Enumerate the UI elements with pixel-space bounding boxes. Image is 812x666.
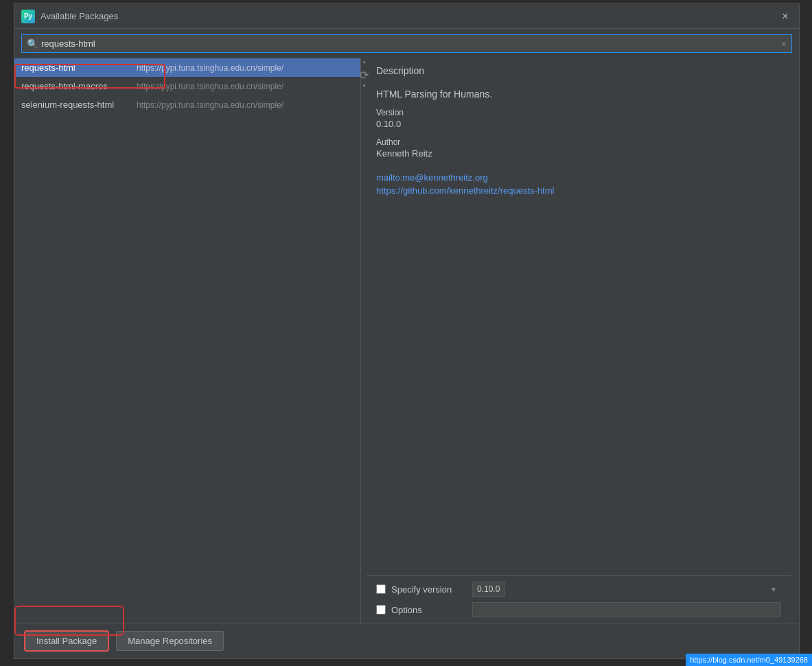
watermark: https://blog.csdn.net/m0_49139268 [686, 654, 812, 666]
panel-divider: ⟳ [361, 58, 367, 623]
package-url: https://pypi.tuna.tsinghua.edu.cn/simple… [137, 82, 353, 91]
search-input[interactable] [21, 34, 792, 53]
left-panel: requests-html https://pypi.tuna.tsinghua… [14, 58, 361, 623]
package-item-selenium-requests-html[interactable]: selenium-requests-html https://pypi.tuna… [14, 95, 360, 114]
title-bar: Py Available Packages × [14, 4, 799, 29]
package-item-requests-html[interactable]: requests-html https://pypi.tuna.tsinghua… [14, 58, 360, 77]
specify-version-row: Specify version 0.10.0 ▼ [376, 582, 781, 597]
author-value: Kenneth Reitz [376, 148, 781, 159]
version-select-wrap: 0.10.0 ▼ [472, 582, 781, 597]
links-section: mailto:me@kennethreitz.org https://githu… [376, 172, 781, 196]
dialog-title: Available Packages [40, 11, 118, 21]
version-label: Version [376, 108, 781, 117]
specify-version-checkbox[interactable] [376, 584, 386, 594]
package-item-requests-html-macros[interactable]: requests-html-macros https://pypi.tuna.t… [14, 77, 360, 95]
manage-repositories-button[interactable]: Manage Repositories [116, 631, 224, 651]
right-bottom-options: Specify version 0.10.0 ▼ Options [367, 575, 791, 623]
search-bar: 🔍 × [14, 29, 799, 58]
divider-dot [363, 84, 365, 87]
specify-version-label: Specify version [391, 584, 467, 595]
github-link[interactable]: https://github.com/kennethreitz/requests… [376, 185, 781, 196]
search-input-wrap: 🔍 × [21, 34, 792, 53]
description-body: HTML Parsing for Humans. Version 0.10.0 … [367, 82, 791, 575]
version-select[interactable]: 0.10.0 [472, 582, 505, 597]
options-label: Options [391, 605, 467, 615]
package-list: requests-html https://pypi.tuna.tsinghua… [14, 58, 360, 623]
options-checkbox[interactable] [376, 605, 386, 615]
search-clear-icon[interactable]: × [781, 38, 787, 49]
email-link[interactable]: mailto:me@kennethreitz.org [376, 172, 781, 183]
package-url: https://pypi.tuna.tsinghua.edu.cn/simple… [137, 63, 353, 73]
bottom-bar: Install Package Manage Repositories [14, 623, 799, 658]
version-value: 0.10.0 [376, 119, 781, 129]
package-url: https://pypi.tuna.tsinghua.edu.cn/simple… [137, 100, 353, 110]
title-bar-left: Py Available Packages [21, 10, 118, 23]
package-description-text: HTML Parsing for Humans. [376, 89, 781, 100]
author-label: Author [376, 137, 781, 147]
close-button[interactable]: × [778, 10, 792, 23]
chevron-down-icon: ▼ [770, 586, 777, 593]
divider-dot [363, 61, 365, 63]
pycharm-icon: Py [21, 10, 35, 23]
package-name: selenium-requests-html [21, 100, 131, 110]
package-name: requests-html [21, 62, 131, 73]
available-packages-dialog: Py Available Packages × 🔍 × requests-htm… [14, 3, 800, 659]
app-logo: Py [21, 10, 35, 23]
main-body: requests-html https://pypi.tuna.tsinghua… [14, 58, 799, 623]
right-panel: Description HTML Parsing for Humans. Ver… [367, 58, 791, 623]
description-header: Description [367, 58, 791, 82]
right-content: Description HTML Parsing for Humans. Ver… [367, 58, 791, 623]
search-icon: 🔍 [27, 38, 38, 49]
right-scrollbar[interactable] [791, 58, 799, 623]
options-input[interactable] [472, 602, 781, 617]
options-row: Options [376, 602, 781, 617]
package-name: requests-html-macros [21, 81, 131, 91]
install-package-button[interactable]: Install Package [24, 630, 109, 652]
